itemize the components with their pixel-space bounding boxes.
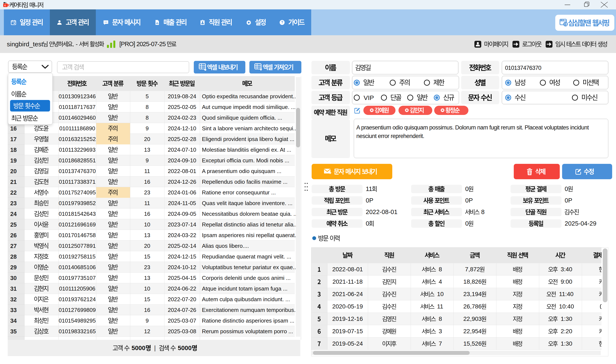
svg-text:?: ?	[281, 21, 283, 24]
svg-text:c: c	[4, 4, 6, 7]
